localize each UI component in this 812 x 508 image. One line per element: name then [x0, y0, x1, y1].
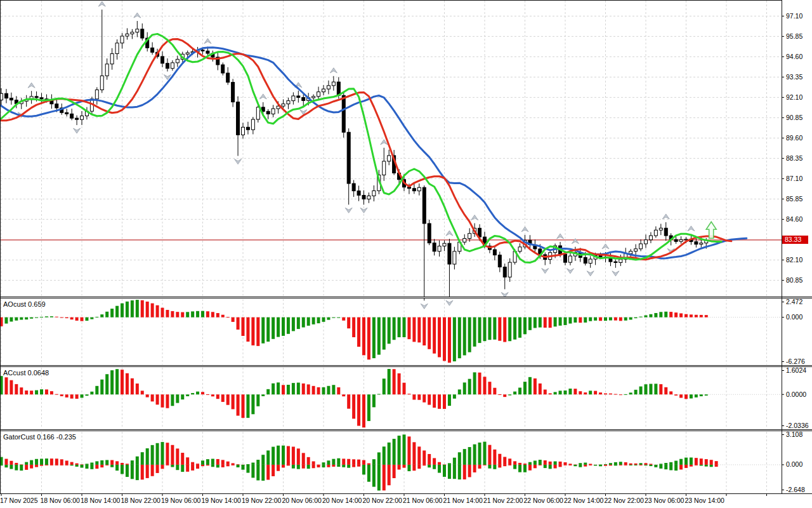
- trading-chart-window: 97.1095.8594.6093.3592.1090.8589.6088.35…: [0, 0, 812, 508]
- price-tick-label: 80.85: [786, 276, 802, 284]
- fractal-up-icon: [602, 244, 609, 249]
- time-tick-label: 19 Nov 06:00: [161, 497, 201, 504]
- time-tick-label: 19 Nov 14:00: [202, 497, 242, 504]
- price-tick-label: 85.85: [786, 195, 802, 203]
- time-tick-label: 21 Nov 22:00: [483, 497, 523, 504]
- fractals-layer: [18, 1, 695, 309]
- price-tick-label: 92.10: [786, 93, 802, 101]
- price-tick-label: 93.35: [786, 73, 802, 81]
- indicator-label-aocust: AOcust 0.659: [3, 300, 46, 308]
- price-tick-label: 89.60: [786, 134, 802, 142]
- gator-histogram: [0, 434, 781, 490]
- grid: [1, 1, 781, 493]
- fractal-up-icon: [134, 13, 141, 18]
- time-tick-label: 21 Nov 06:00: [403, 497, 443, 504]
- time-tick-label: 17 Nov 2025: [0, 497, 38, 504]
- gator-scale[interactable]: 3.1080.000-2.648: [782, 431, 805, 493]
- indicator-label-accust: ACcust 0.0648: [3, 369, 49, 377]
- fractal-up-icon: [204, 39, 211, 44]
- current-price-tag: 83.33: [782, 236, 808, 244]
- time-tick-label: 22 Nov 06:00: [524, 497, 564, 504]
- indicator-scale-label: 2.472: [786, 298, 802, 305]
- time-tick-label: 20 Nov 06:00: [282, 497, 322, 504]
- fractal-up-icon: [259, 94, 266, 99]
- fractal-up-icon: [572, 239, 579, 244]
- fractal-up-icon: [688, 226, 695, 231]
- time-axis[interactable]: 17 Nov 202518 Nov 06:0018 Nov 14:0018 No…: [0, 493, 767, 504]
- alligator-teeth-line: [0, 39, 731, 260]
- fractal-down-icon: [74, 128, 81, 133]
- price-tick-label: 97.10: [786, 12, 802, 20]
- time-tick-label: 22 Nov 14:00: [564, 497, 604, 504]
- fractal-up-icon: [471, 215, 478, 220]
- fractal-up-icon: [28, 83, 35, 88]
- fractal-up-icon: [446, 231, 453, 236]
- time-tick-label: 20 Nov 22:00: [363, 497, 403, 504]
- fractal-up-icon: [557, 234, 564, 239]
- ao-histogram: [0, 300, 781, 363]
- indicator-scale-label: -2.648: [786, 486, 805, 493]
- fractal-down-icon: [612, 271, 619, 276]
- ac-histogram: [0, 369, 781, 427]
- indicator-label-gatorcust: GatorCust 0.166 -0.235: [3, 433, 76, 441]
- indicator-scale-label: 0.000: [786, 460, 802, 468]
- time-tick-label: 18 Nov 22:00: [121, 497, 161, 504]
- time-tick-label: 19 Nov 22:00: [242, 497, 282, 504]
- ao-scale[interactable]: 2.4720.000-6.276: [782, 298, 805, 365]
- time-tick-label: 21 Nov 14:00: [443, 497, 483, 504]
- ac-scale[interactable]: 1.60240.0000-2.0336: [782, 366, 809, 429]
- indicator-scale-label: 3.108: [786, 431, 802, 438]
- fractal-down-icon: [587, 271, 594, 276]
- indicator-scale-label: 0.0000: [786, 391, 806, 398]
- indicator-scale-label: 1.6024: [786, 366, 806, 374]
- price-tick-label: 82.10: [786, 256, 802, 264]
- fractal-down-icon: [345, 208, 352, 213]
- fractal-down-icon: [542, 269, 549, 274]
- fractal-down-icon: [566, 269, 573, 274]
- price-tick-label: 88.35: [786, 154, 802, 162]
- fractal-down-icon: [235, 159, 242, 164]
- candlestick-series: [0, 10, 708, 300]
- fractal-down-icon: [360, 208, 367, 213]
- time-tick-label: 22 Nov 22:00: [605, 497, 645, 504]
- fractal-down-icon: [421, 304, 428, 309]
- indicator-scale-label: -6.276: [786, 358, 805, 365]
- chart-canvas[interactable]: 97.1095.8594.6093.3592.1090.8589.6088.35…: [0, 0, 812, 508]
- price-tick-label: 84.60: [786, 215, 802, 223]
- time-tick-label: 18 Nov 14:00: [81, 497, 121, 504]
- price-tick-label: 94.60: [786, 53, 802, 60]
- price-tick-label: 87.10: [786, 175, 802, 182]
- fractal-up-icon: [330, 68, 337, 73]
- time-tick-label: 23 Nov 06:00: [645, 497, 684, 504]
- time-tick-label: 23 Nov 14:00: [685, 497, 725, 504]
- time-tick-label: 18 Nov 06:00: [41, 497, 81, 504]
- fractal-down-icon: [446, 300, 453, 305]
- price-tick-label: 90.85: [786, 114, 802, 121]
- indicator-scale-label: -2.0336: [786, 422, 809, 429]
- indicator-scale-label: 0.000: [786, 313, 802, 321]
- fractal-up-icon: [662, 214, 669, 219]
- price-tick-label: 95.85: [786, 32, 802, 40]
- time-tick-label: 20 Nov 14:00: [322, 497, 362, 504]
- fractal-up-icon: [98, 1, 105, 6]
